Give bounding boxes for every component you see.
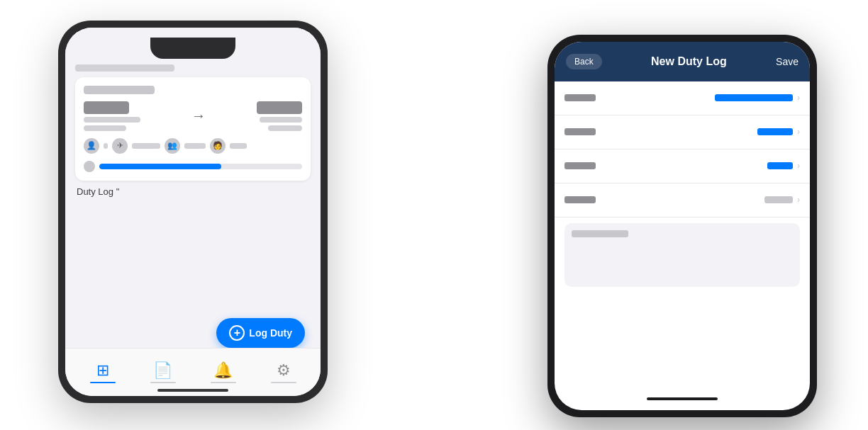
nav-inactive-bar-3 bbox=[271, 382, 296, 383]
home-indicator-right bbox=[647, 397, 718, 400]
phone-left-screen: → 👤 ✈ bbox=[65, 28, 321, 396]
progress-bar-container bbox=[99, 164, 302, 169]
log-duty-button[interactable]: + Log Duty bbox=[216, 318, 305, 348]
phone-left: → 👤 ✈ bbox=[58, 21, 328, 403]
status-bar-left bbox=[65, 28, 321, 38]
form-row-right-1: › bbox=[715, 93, 800, 103]
card-top-label bbox=[84, 86, 155, 94]
progress-bar-fill bbox=[99, 164, 221, 169]
icon-label-3 bbox=[184, 143, 206, 149]
progress-dot bbox=[84, 161, 95, 172]
duty-log-label: Duty Log " bbox=[75, 186, 311, 197]
info-icons-row: 👤 ✈ 👥 🧑 bbox=[84, 138, 302, 154]
icon-label-1 bbox=[104, 143, 108, 149]
form-label-4 bbox=[564, 196, 596, 203]
form-row-right-3: › bbox=[767, 161, 800, 171]
chevron-right-icon-4: › bbox=[797, 195, 800, 205]
departure-detail-2 bbox=[84, 125, 126, 131]
form-value-3 bbox=[767, 162, 793, 169]
form-label-1 bbox=[564, 94, 596, 101]
departure-block bbox=[84, 101, 140, 131]
bell-icon: 🔔 bbox=[213, 361, 233, 380]
notes-placeholder bbox=[572, 230, 628, 237]
notch-left bbox=[150, 38, 235, 59]
top-skeleton bbox=[75, 64, 174, 72]
chevron-right-icon-3: › bbox=[797, 161, 800, 171]
nav-item-bell[interactable]: 🔔 bbox=[211, 361, 236, 383]
route-arrow-icon: → bbox=[191, 108, 206, 124]
passenger-icon: 🧑 bbox=[210, 138, 226, 154]
gear-icon: ⚙ bbox=[277, 361, 291, 380]
phone-left-inner: → 👤 ✈ bbox=[65, 28, 321, 396]
chevron-right-icon-2: › bbox=[797, 127, 800, 137]
form-row-right-4: › bbox=[764, 195, 800, 205]
plane-icon: ✈ bbox=[112, 138, 128, 154]
departure-code bbox=[84, 101, 129, 114]
phone-right-inner: Back New Duty Log Save › bbox=[555, 42, 810, 410]
departure-detail-1 bbox=[84, 117, 140, 123]
nav-inactive-bar-2 bbox=[211, 382, 236, 383]
nav-item-calendar[interactable]: ⊞ bbox=[90, 361, 116, 383]
arrival-block bbox=[257, 101, 302, 131]
form-label-2 bbox=[564, 128, 596, 135]
form-value-2 bbox=[757, 128, 793, 135]
home-indicator-left bbox=[157, 389, 228, 392]
form-value-4 bbox=[764, 196, 793, 203]
form-row-3[interactable]: › bbox=[555, 149, 810, 183]
phone-right: Back New Duty Log Save › bbox=[547, 35, 817, 417]
chevron-right-icon-1: › bbox=[797, 93, 800, 103]
document-icon: 📄 bbox=[153, 361, 172, 380]
nav-active-bar bbox=[90, 382, 116, 383]
form-row-2[interactable]: › bbox=[555, 115, 810, 149]
route-row: → bbox=[84, 101, 302, 131]
calendar-icon: ⊞ bbox=[96, 361, 109, 380]
back-button[interactable]: Back bbox=[566, 54, 602, 69]
arrival-detail-2 bbox=[268, 125, 302, 131]
navbar-right: Back New Duty Log Save bbox=[555, 42, 810, 81]
main-scene: → 👤 ✈ bbox=[44, 13, 824, 417]
crew-icon: 👥 bbox=[165, 138, 180, 154]
nav-inactive-bar-1 bbox=[150, 382, 176, 383]
icon-label-4 bbox=[230, 143, 247, 149]
form-content: › › › bbox=[555, 81, 810, 293]
save-button[interactable]: Save bbox=[776, 56, 799, 67]
plus-circle-icon: + bbox=[229, 325, 245, 341]
navbar-title: New Duty Log bbox=[651, 55, 727, 68]
arrival-code bbox=[257, 101, 302, 114]
form-value-1 bbox=[715, 94, 793, 101]
flight-card: → 👤 ✈ bbox=[75, 77, 311, 181]
icon-label-2 bbox=[132, 143, 160, 149]
form-label-3 bbox=[564, 162, 596, 169]
nav-item-document[interactable]: 📄 bbox=[150, 361, 176, 383]
nav-item-settings[interactable]: ⚙ bbox=[271, 361, 296, 383]
form-row-right-2: › bbox=[757, 127, 800, 137]
notes-area[interactable] bbox=[564, 223, 800, 287]
form-row-4[interactable]: › bbox=[555, 183, 810, 217]
form-row-1[interactable]: › bbox=[555, 81, 810, 115]
progress-row bbox=[84, 161, 302, 172]
log-duty-label: Log Duty bbox=[249, 327, 292, 339]
person-icon: 👤 bbox=[84, 138, 99, 154]
arrival-detail-1 bbox=[260, 117, 302, 123]
